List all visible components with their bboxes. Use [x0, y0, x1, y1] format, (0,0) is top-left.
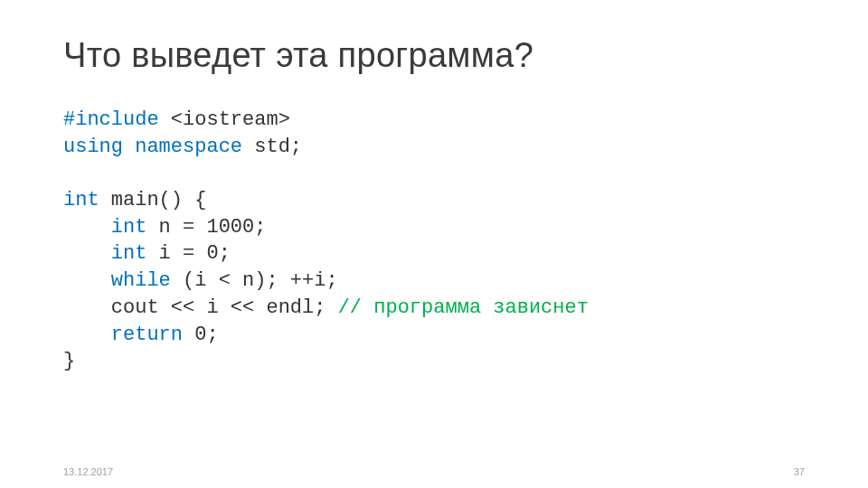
slide: Что выведет эта программа? #include <ios… [0, 0, 868, 488]
code-text: std; [242, 136, 302, 158]
code-indent [63, 269, 111, 292]
code-block: #include <iostream> using namespace std;… [63, 107, 805, 375]
code-text: n = 1000; [146, 216, 266, 239]
code-text: } [63, 350, 75, 372]
code-comment: // программа зависнет [338, 296, 589, 319]
code-text: cout << i << endl; [63, 296, 338, 319]
code-kw-include: #include [63, 108, 159, 131]
code-text: <iostream> [159, 108, 290, 131]
footer-page-number: 37 [794, 466, 805, 477]
code-text: i = 0; [146, 242, 230, 265]
code-kw-int: int [111, 216, 147, 239]
code-text: main() { [99, 189, 207, 211]
code-kw-namespace: namespace [135, 136, 242, 158]
footer-date: 13.12.2017 [63, 466, 113, 477]
code-kw-return: return [111, 324, 183, 346]
slide-title: Что выведет эта программа? [63, 36, 805, 75]
code-indent [63, 324, 111, 346]
code-text [123, 136, 135, 158]
code-indent [63, 216, 111, 239]
code-kw-int: int [111, 242, 147, 265]
code-text: 0; [183, 324, 219, 346]
code-kw-while: while [111, 269, 171, 292]
code-indent [63, 242, 111, 265]
code-text: (i < n); ++i; [171, 269, 338, 292]
code-kw-using: using [63, 136, 123, 158]
code-kw-int: int [63, 189, 99, 211]
slide-footer: 13.12.2017 37 [63, 466, 805, 477]
